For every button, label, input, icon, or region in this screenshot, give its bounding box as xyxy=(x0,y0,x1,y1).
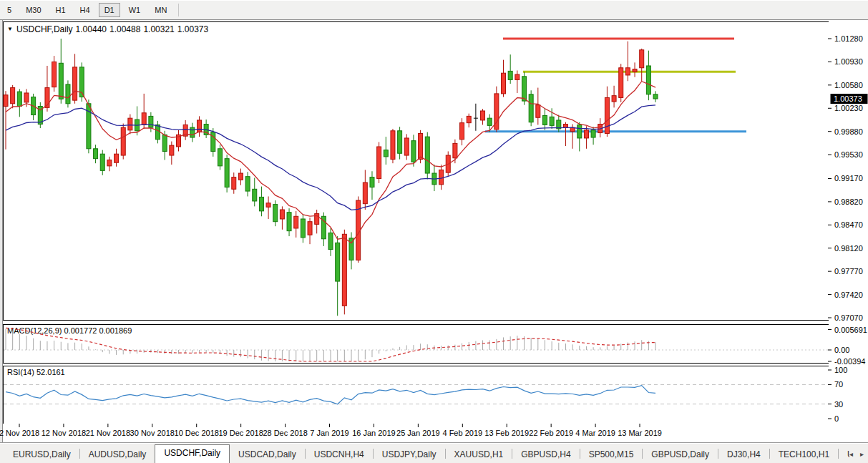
macd-signal-value: 0.001869 xyxy=(99,326,132,335)
main-chart-pane[interactable] xyxy=(3,21,829,321)
rsi-value: 52.0161 xyxy=(36,368,65,376)
timeframe-button-H1[interactable]: H1 xyxy=(50,3,72,17)
rsi-name: RSI(14) xyxy=(7,368,34,376)
price-axis[interactable] xyxy=(829,20,868,442)
ohlc-low: 1.00321 xyxy=(143,24,174,34)
ohlc-close: 1.00373 xyxy=(177,24,208,34)
ohlc-high: 1.00488 xyxy=(109,24,140,34)
chart-tab-usdcnh-h4[interactable]: USDCNH,H4 xyxy=(306,447,373,463)
scroll-tabs-right-icon[interactable]: ▸ xyxy=(860,450,864,458)
chart-title: ▼USDCHF,Daily1.004401.004881.003211.0037… xyxy=(7,24,208,34)
rsi-label: RSI(14) 52.0161 xyxy=(7,368,65,376)
date-axis[interactable] xyxy=(3,424,829,441)
chart-tab-xauusd-h1[interactable]: XAUUSD,H1 xyxy=(446,447,512,463)
chart-tab-sp500-m15[interactable]: SP500,M15 xyxy=(580,447,643,463)
chart-tabs: EURUSD,DailyAUDUSD,DailyUSDCHF,DailyUSDC… xyxy=(4,444,849,463)
timeframe-button-M30[interactable]: M30 xyxy=(20,3,47,17)
macd-label: MACD(12,26,9) 0.001772 0.001869 xyxy=(7,326,132,335)
chart-tab-usdcad-daily[interactable]: USDCAD,Daily xyxy=(230,447,305,463)
chart-tab-audusd-daily[interactable]: AUDUSD,Daily xyxy=(80,447,155,463)
chart-tab-ukc[interactable]: UKC xyxy=(839,447,849,463)
chart-tab-usdchf-daily[interactable]: USDCHF,Daily xyxy=(155,444,230,463)
timeframe-button-H4[interactable]: H4 xyxy=(74,3,96,17)
ohlc-open: 1.00440 xyxy=(76,24,107,34)
rsi-indicator-pane[interactable] xyxy=(3,366,829,424)
trading-platform-window: 5M30H1H4D1W1MN ▼USDCHF,Daily1.004401.004… xyxy=(0,0,868,463)
timeframe-button-MN[interactable]: MN xyxy=(149,3,172,17)
timeframe-toolbar: 5M30H1H4D1W1MN xyxy=(0,0,868,20)
chart-tab-gbpusd-daily[interactable]: GBPUSD,Daily xyxy=(643,447,718,463)
timeframe-button-D1[interactable]: D1 xyxy=(99,3,120,17)
macd-main-value: 0.001772 xyxy=(64,326,97,335)
macd-name: MACD(12,26,9) xyxy=(7,326,62,335)
timeframe-button-W1[interactable]: W1 xyxy=(123,3,147,17)
chart-tab-dj30-h4[interactable]: DJ30,H4 xyxy=(718,447,769,463)
chart-tab-gbpusd-h4[interactable]: GBPUSD,H4 xyxy=(512,447,579,463)
chart-tab-eurusd-daily[interactable]: EURUSD,Daily xyxy=(4,447,79,463)
scroll-tabs-left-icon[interactable]: ◂ xyxy=(849,450,853,458)
timeframe-button-5[interactable]: 5 xyxy=(1,3,17,17)
chart-tab-tech100-h1[interactable]: TECH100,H1 xyxy=(770,447,838,463)
toolbar-separator xyxy=(178,4,179,16)
tab-scroll-arrows: ◂ ▸ xyxy=(849,444,864,463)
collapse-triangle-icon[interactable]: ▼ xyxy=(7,26,13,32)
chart-symbol-label: USDCHF,Daily xyxy=(16,24,73,34)
chart-tab-usdjpy-daily[interactable]: USDJPY,Daily xyxy=(374,447,445,463)
chart-tab-bar: EURUSD,DailyAUDUSD,DailyUSDCHF,DailyUSDC… xyxy=(0,442,868,463)
